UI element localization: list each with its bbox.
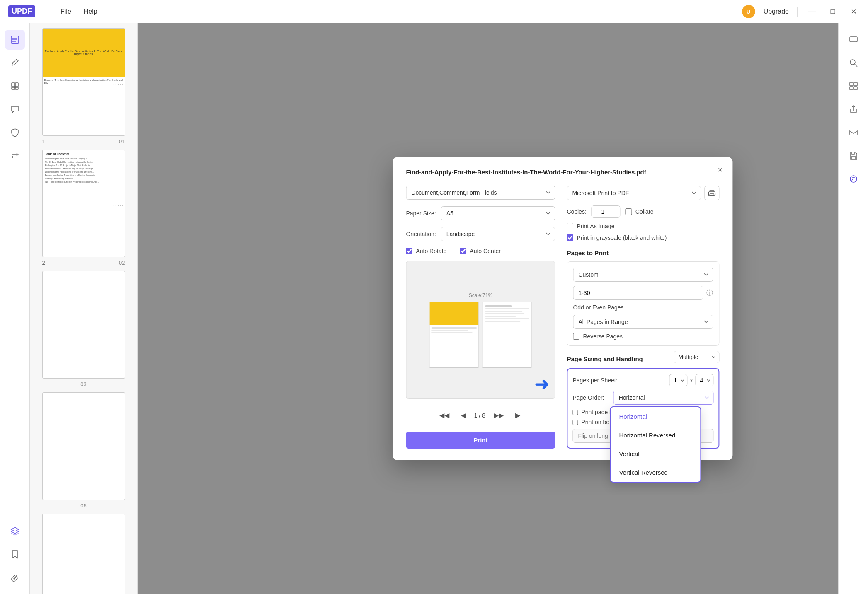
info-icon[interactable]: ⓘ	[706, 289, 713, 297]
thumbnail-4[interactable]: 06	[35, 392, 132, 509]
dropdown-item-vertical[interactable]: Vertical	[611, 444, 700, 463]
preview-page-1	[429, 302, 479, 368]
page-order-label: Page Order:	[572, 394, 604, 401]
reverse-pages-row: Reverse Pages	[573, 333, 713, 340]
upgrade-link[interactable]: Upgrade	[764, 8, 789, 15]
print-button[interactable]: Print	[406, 432, 555, 449]
sidebar-icon-layers[interactable]	[5, 521, 25, 541]
thumbnail-2[interactable]: Table of Contents Discovering the Best I…	[35, 150, 132, 266]
svg-rect-5	[15, 83, 18, 87]
pages-to-print-title: Pages to Print	[567, 249, 719, 256]
page-range-input[interactable]	[573, 286, 703, 300]
page-order-dropdown: Horizontal Horizontal Reversed Vertical …	[610, 406, 701, 483]
thumbnail-1[interactable]: Find and Apply For the Best Institutes I…	[35, 28, 132, 145]
pps-y-select[interactable]: 4	[695, 374, 713, 386]
preview-area: Scale:71%	[406, 261, 555, 399]
auto-rotate-label: Auto Rotate	[416, 248, 446, 254]
page-order-select[interactable]: Horizontal	[613, 391, 714, 405]
sidebar-icon-pages[interactable]	[5, 76, 25, 96]
sidebar-icon-edit[interactable]	[5, 53, 25, 73]
topbar: UPDF File Help U Upgrade — □ ✕	[0, 0, 868, 23]
content-type-select[interactable]: Document,Comment,Form Fields	[406, 186, 555, 200]
sizing-mode-select[interactable]: Multiple	[674, 351, 719, 363]
svg-rect-16	[850, 130, 857, 135]
copies-input[interactable]	[592, 205, 621, 218]
page-order-row: Page Order: Horizontal Horizontal Horizo…	[572, 391, 713, 405]
dropdown-item-vertical-reversed[interactable]: Vertical Reversed	[611, 463, 700, 482]
collate-row: Collate	[626, 208, 654, 215]
separator	[48, 7, 48, 17]
print-as-image-checkbox[interactable]	[567, 223, 573, 229]
printer-settings-button[interactable]	[704, 186, 719, 200]
modal-right-panel: Microsoft Print to PDF Copies: Collate	[567, 186, 719, 449]
blue-arrow: ➜	[534, 373, 550, 394]
maximize-button[interactable]: □	[827, 5, 839, 18]
last-page-button[interactable]: ▶|	[512, 410, 525, 421]
modal-close-button[interactable]: ×	[715, 164, 726, 176]
sizing-title: Page Sizing and Handling	[567, 355, 643, 362]
separator2	[797, 7, 798, 17]
prev-page-button[interactable]: ◀	[458, 410, 469, 421]
right-icon-save[interactable]	[844, 146, 863, 166]
printer-select[interactable]: Microsoft Print to PDF	[567, 186, 701, 200]
print-border-checkbox[interactable]	[572, 410, 578, 415]
paper-size-row: Paper Size: A5	[406, 206, 555, 220]
auto-center-checkbox[interactable]	[460, 248, 466, 254]
nav-file[interactable]: File	[61, 8, 71, 15]
paper-size-select[interactable]: A5	[441, 206, 555, 220]
preview-container: Scale:71%	[429, 292, 532, 368]
right-icon-display[interactable]	[844, 30, 863, 50]
right-sidebar	[838, 23, 868, 594]
svg-rect-6	[12, 87, 15, 89]
right-icon-email[interactable]	[844, 123, 863, 142]
sidebar-icon-protect[interactable]	[5, 123, 25, 142]
orientation-select[interactable]: Landscape	[441, 227, 555, 241]
odd-even-select[interactable]: All Pages in Range	[573, 315, 713, 329]
x-separator: x	[690, 377, 693, 384]
pages-per-sheet-row: Pages per Sheet: 1 x 4	[572, 374, 713, 386]
auto-center-label: Auto Center	[470, 248, 501, 254]
auto-rotate-checkbox[interactable]	[406, 248, 412, 254]
thumb-pagenum-3: 03	[80, 381, 86, 387]
first-page-button[interactable]: ◀◀	[436, 410, 453, 421]
thumbnails-panel: Find and Apply For the Best Institutes I…	[30, 23, 138, 594]
both-sides-checkbox[interactable]	[572, 420, 578, 425]
collate-label: Collate	[635, 208, 654, 215]
svg-rect-21	[710, 194, 714, 196]
print-as-image-label: Print As Image	[577, 223, 614, 229]
collate-checkbox[interactable]	[626, 208, 632, 215]
sidebar-icon-attachment[interactable]	[5, 567, 25, 587]
sidebar-icon-convert[interactable]	[5, 146, 25, 166]
right-icon-share[interactable]	[844, 99, 863, 119]
svg-rect-18	[852, 152, 854, 154]
sidebar-icon-comment[interactable]	[5, 99, 25, 119]
nav-help[interactable]: Help	[84, 8, 97, 15]
pages-range-select[interactable]: Custom	[573, 268, 713, 282]
printer-row: Microsoft Print to PDF	[567, 186, 719, 200]
pps-x-select[interactable]: 1	[669, 374, 687, 386]
next-page-button[interactable]: ▶▶	[490, 410, 507, 421]
right-icon-ai[interactable]	[844, 169, 863, 189]
thumbnail-5[interactable]: 06	[35, 514, 132, 594]
reverse-pages-checkbox[interactable]	[573, 333, 579, 340]
svg-rect-15	[854, 87, 857, 90]
scale-label: Scale:71%	[469, 292, 492, 298]
topbar-right: U Upgrade — □ ✕	[742, 5, 860, 18]
thumbnail-3[interactable]: 03	[35, 271, 132, 387]
close-app-button[interactable]: ✕	[847, 5, 860, 18]
dropdown-item-horizontal[interactable]: Horizontal	[611, 407, 700, 426]
print-grayscale-label: Print in grayscale (black and white)	[577, 234, 667, 241]
right-icon-ocr[interactable]	[844, 76, 863, 96]
svg-rect-7	[15, 87, 18, 89]
sidebar-icon-reader[interactable]	[5, 30, 25, 50]
preview-pages	[429, 302, 532, 368]
svg-point-19	[850, 176, 857, 182]
right-icon-search[interactable]	[844, 53, 863, 73]
thumb-label-2: 2	[42, 260, 45, 266]
print-grayscale-checkbox[interactable]	[567, 234, 573, 241]
sidebar-icon-bookmark[interactable]	[5, 544, 25, 564]
dropdown-item-horizontal-reversed[interactable]: Horizontal Reversed	[611, 426, 700, 444]
app-logo: UPDF	[8, 5, 35, 17]
svg-rect-13	[854, 82, 857, 86]
minimize-button[interactable]: —	[806, 5, 818, 18]
